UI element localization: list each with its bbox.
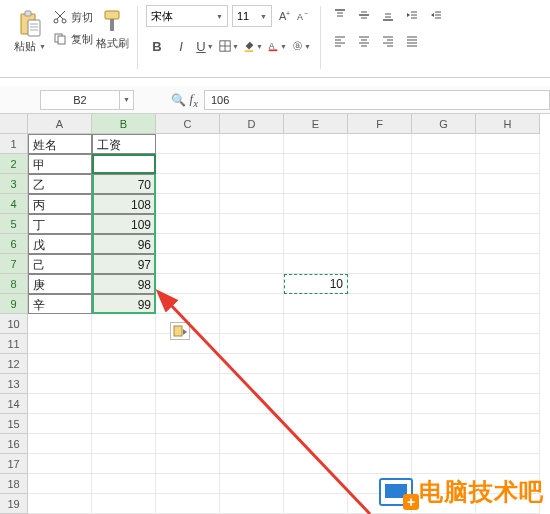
cell[interactable] bbox=[220, 494, 284, 514]
select-all-corner[interactable] bbox=[0, 114, 28, 134]
data-cell[interactable]: 70 bbox=[92, 174, 156, 194]
row-header[interactable]: 16 bbox=[0, 434, 28, 454]
data-cell[interactable]: 乙 bbox=[28, 174, 92, 194]
cell[interactable] bbox=[412, 394, 476, 414]
cell[interactable] bbox=[412, 274, 476, 294]
cell[interactable] bbox=[28, 354, 92, 374]
cell[interactable] bbox=[156, 374, 220, 394]
cell[interactable] bbox=[412, 254, 476, 274]
row-header[interactable]: 12 bbox=[0, 354, 28, 374]
cell[interactable] bbox=[28, 434, 92, 454]
cell[interactable] bbox=[220, 234, 284, 254]
cell[interactable] bbox=[220, 374, 284, 394]
cell[interactable] bbox=[28, 394, 92, 414]
cell[interactable] bbox=[220, 174, 284, 194]
cell[interactable] bbox=[156, 294, 220, 314]
cell[interactable] bbox=[220, 294, 284, 314]
cell[interactable] bbox=[156, 474, 220, 494]
row-headers[interactable]: 12345678910111213141516171819 bbox=[0, 134, 28, 514]
cell[interactable] bbox=[412, 354, 476, 374]
column-header[interactable]: H bbox=[476, 114, 540, 134]
align-bottom-button[interactable] bbox=[377, 4, 399, 26]
cell[interactable] bbox=[220, 134, 284, 154]
cell[interactable] bbox=[476, 374, 540, 394]
row-header[interactable]: 1 bbox=[0, 134, 28, 154]
column-header[interactable]: C bbox=[156, 114, 220, 134]
cut-button[interactable]: 剪切 bbox=[50, 6, 95, 28]
cell[interactable] bbox=[220, 274, 284, 294]
cell[interactable] bbox=[92, 314, 156, 334]
cell[interactable] bbox=[476, 394, 540, 414]
cell[interactable] bbox=[476, 174, 540, 194]
column-header[interactable]: D bbox=[220, 114, 284, 134]
row-header[interactable]: 6 bbox=[0, 234, 28, 254]
data-cell[interactable]: 106 bbox=[92, 154, 156, 174]
row-header[interactable]: 7 bbox=[0, 254, 28, 274]
phonetic-guide-button[interactable]: ⓐ ▼ bbox=[290, 35, 312, 57]
cell[interactable] bbox=[476, 414, 540, 434]
cell[interactable] bbox=[412, 214, 476, 234]
font-color-button[interactable]: A ▼ bbox=[266, 35, 288, 57]
data-cell[interactable]: 109 bbox=[92, 214, 156, 234]
copy-button[interactable]: 复制 bbox=[50, 28, 95, 50]
data-cell[interactable]: 甲 bbox=[28, 154, 92, 174]
cell[interactable] bbox=[156, 354, 220, 374]
formula-input[interactable]: 106 bbox=[204, 90, 550, 110]
cell[interactable] bbox=[92, 374, 156, 394]
row-header[interactable]: 10 bbox=[0, 314, 28, 334]
cell[interactable] bbox=[476, 234, 540, 254]
cell[interactable] bbox=[476, 154, 540, 174]
cell[interactable] bbox=[476, 314, 540, 334]
row-header[interactable]: 2 bbox=[0, 154, 28, 174]
cell[interactable] bbox=[156, 214, 220, 234]
cell[interactable] bbox=[412, 294, 476, 314]
cell[interactable] bbox=[476, 294, 540, 314]
decrease-indent-button[interactable] bbox=[401, 4, 423, 26]
cell[interactable] bbox=[348, 274, 412, 294]
row-header[interactable]: 11 bbox=[0, 334, 28, 354]
paste-button[interactable]: 粘贴▼ bbox=[10, 4, 50, 62]
data-cell[interactable]: 108 bbox=[92, 194, 156, 214]
justify-button[interactable] bbox=[401, 30, 423, 52]
row-header[interactable]: 3 bbox=[0, 174, 28, 194]
cell[interactable] bbox=[284, 314, 348, 334]
cell[interactable] bbox=[156, 174, 220, 194]
cell[interactable] bbox=[220, 214, 284, 234]
cell[interactable] bbox=[284, 394, 348, 414]
cell[interactable] bbox=[348, 294, 412, 314]
cell[interactable] bbox=[28, 454, 92, 474]
cell[interactable] bbox=[156, 154, 220, 174]
cell[interactable] bbox=[412, 154, 476, 174]
cell[interactable] bbox=[476, 434, 540, 454]
cell[interactable] bbox=[284, 134, 348, 154]
cell[interactable] bbox=[412, 194, 476, 214]
cell[interactable] bbox=[476, 274, 540, 294]
cell[interactable] bbox=[284, 174, 348, 194]
cell[interactable] bbox=[28, 494, 92, 514]
cell[interactable] bbox=[220, 394, 284, 414]
cell[interactable] bbox=[156, 254, 220, 274]
align-center-button[interactable] bbox=[353, 30, 375, 52]
cell[interactable] bbox=[156, 194, 220, 214]
increase-font-button[interactable]: A+ bbox=[276, 5, 294, 27]
row-header[interactable]: 17 bbox=[0, 454, 28, 474]
row-header[interactable]: 8 bbox=[0, 274, 28, 294]
decrease-font-button[interactable]: A− bbox=[294, 5, 312, 27]
cell[interactable] bbox=[284, 494, 348, 514]
cell[interactable] bbox=[348, 134, 412, 154]
cell[interactable] bbox=[28, 334, 92, 354]
align-middle-button[interactable] bbox=[353, 4, 375, 26]
row-header[interactable]: 9 bbox=[0, 294, 28, 314]
cell[interactable] bbox=[476, 454, 540, 474]
row-header[interactable]: 15 bbox=[0, 414, 28, 434]
column-header[interactable]: B bbox=[92, 114, 156, 134]
zoom-icon[interactable]: 🔍 bbox=[171, 93, 186, 107]
cell[interactable] bbox=[284, 234, 348, 254]
cell[interactable] bbox=[92, 474, 156, 494]
data-cell[interactable]: 姓名 bbox=[28, 134, 92, 154]
cell[interactable] bbox=[156, 414, 220, 434]
row-header[interactable]: 19 bbox=[0, 494, 28, 514]
align-right-button[interactable] bbox=[377, 30, 399, 52]
cell[interactable] bbox=[220, 154, 284, 174]
cell[interactable] bbox=[220, 314, 284, 334]
